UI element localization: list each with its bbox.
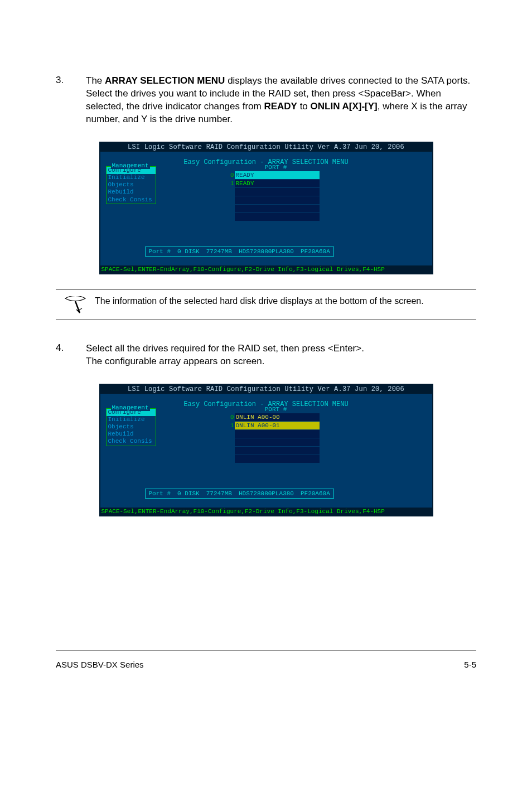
port-status: READY (235, 180, 320, 187)
port-status: ONLIN A00-00 (235, 413, 320, 421)
term-footer: SPACE-Sel,ENTER-EndArray,F10-Configure,F… (100, 508, 432, 515)
mgmt-item: Check Consis (107, 196, 156, 204)
port-status: READY (235, 171, 320, 179)
bold-ready: READY (264, 101, 297, 112)
drive-info-bar: Port # 0 DISK 77247MB HDS728080PLA380 PF… (145, 489, 334, 499)
bold-onlin: ONLIN A[X]-[Y] (311, 101, 378, 112)
terminal-screenshot-2: LSI Logic Software RAID Configuration Ut… (99, 384, 433, 516)
port-row: 0 READY (229, 171, 320, 179)
footer-left: ASUS DSBV-DX Series (56, 660, 144, 669)
port-row: 1 ONLIN A00-01 (229, 422, 320, 429)
port-list: PORT # 0 READY 1 READY (229, 164, 320, 221)
step-body: Select all the drives required for the R… (86, 342, 476, 368)
mgmt-item: Initialize (107, 174, 156, 181)
step-body: The ARRAY SELECTION MENU displays the av… (86, 75, 476, 126)
step-number: 4. (56, 342, 86, 368)
step-4: 4. Select all the drives required for th… (56, 342, 476, 368)
step-number: 3. (56, 75, 86, 126)
port-header: PORT # (234, 406, 318, 413)
bold-array-menu: ARRAY SELECTION MENU (105, 75, 225, 86)
management-label: Management (111, 404, 150, 411)
terminal-screenshot-1: LSI Logic Software RAID Configuration Ut… (99, 142, 433, 274)
port-header: PORT # (234, 164, 318, 171)
mgmt-item: Initialize (107, 416, 156, 423)
management-menu: Management Configure Initialize Objects … (106, 166, 156, 204)
port-row: 0 ONLIN A00-00 (229, 413, 320, 421)
term-footer: SPACE-Sel,ENTER-EndArray,F10-Configure,F… (100, 265, 432, 273)
note-icon (56, 295, 95, 314)
management-label: Management (111, 162, 150, 169)
term-title: LSI Logic Software RAID Configuration Ut… (100, 385, 432, 394)
mgmt-item: Objects (107, 181, 156, 189)
term-title: LSI Logic Software RAID Configuration Ut… (100, 143, 432, 152)
drive-info-bar: Port # 0 DISK 77247MB HDS728080PLA380 PF… (145, 247, 334, 257)
note-callout: The information of the selected hard dis… (56, 289, 476, 320)
port-status: ONLIN A00-01 (235, 422, 320, 429)
port-row: 1 READY (229, 180, 320, 187)
mgmt-item: Rebuild (107, 431, 156, 438)
footer-right: 5-5 (464, 660, 476, 669)
note-text: The information of the selected hard dis… (95, 295, 476, 307)
management-menu: Management Configure Initialize Objects … (106, 408, 156, 446)
mgmt-item: Rebuild (107, 189, 156, 196)
mgmt-item: Check Consis (107, 438, 156, 445)
page-footer: ASUS DSBV-DX Series 5-5 (56, 650, 476, 669)
step-3: 3. The ARRAY SELECTION MENU displays the… (56, 75, 476, 126)
port-list: PORT # 0 ONLIN A00-00 1 ONLIN A00-01 (229, 406, 320, 463)
mgmt-item: Objects (107, 423, 156, 431)
